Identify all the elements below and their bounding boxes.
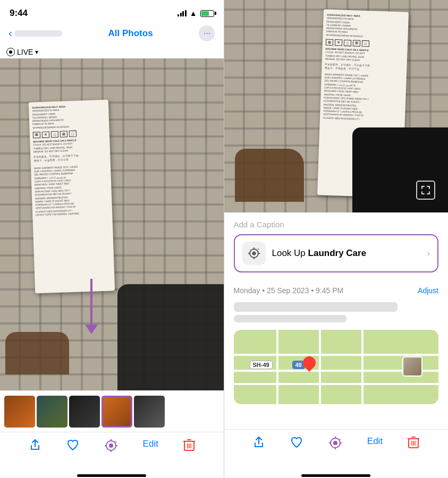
- right-tag-text-mid: MACHINE WASH COLD ON A GENTLE CYCLE. DO …: [325, 48, 404, 73]
- wash-symbol-5: □: [69, 131, 77, 137]
- right-trash-icon: [408, 436, 419, 449]
- tag-text-top: SZÁRAZMAZÁSI HELY: INDIA VERVAARDIGD IN …: [32, 104, 106, 130]
- live-text: LIVE: [17, 48, 33, 56]
- highway-label: SH-49: [250, 361, 273, 369]
- home-bar-right: [301, 474, 370, 477]
- share-button[interactable]: [29, 439, 41, 451]
- scan-frame-icon: [420, 185, 431, 195]
- live-chevron-icon: ▾: [35, 48, 38, 56]
- bottom-toolbar-right: Edit: [224, 429, 449, 473]
- right-wash-symbol-3: □: [344, 40, 351, 46]
- dark-fabric: [117, 284, 224, 390]
- bottom-toolbar-left: Edit: [0, 432, 224, 475]
- nav-title: All Photos: [108, 28, 153, 39]
- nav-back-label: [14, 30, 62, 37]
- lookup-text-prefix: Look Up: [272, 248, 308, 258]
- right-wash-symbol-1: ⊠: [326, 39, 333, 46]
- right-wash-symbol-5: □: [362, 40, 369, 47]
- battery-icon: [200, 10, 214, 17]
- svg-point-19: [333, 441, 337, 445]
- thumbnail-3[interactable]: [69, 396, 100, 428]
- map-container[interactable]: SH-49 49: [234, 330, 439, 404]
- svg-point-1: [109, 443, 113, 448]
- date-text: Monday • 25 Sep 2023 • 9:45 PM: [234, 286, 344, 295]
- status-bar: 9:44 ▲: [0, 0, 224, 23]
- right-wash-icons: ⊠ ✕ □ ⊠ □: [326, 39, 404, 48]
- signal-bar-3: [182, 11, 184, 16]
- location-blur-line-2: [234, 315, 346, 322]
- right-wash-symbol-2: ✕: [335, 39, 342, 46]
- heart-icon: [66, 439, 79, 451]
- more-icon: ···: [204, 29, 210, 38]
- wash-symbol-4: ⊠: [60, 131, 67, 137]
- right-heart-icon: [290, 436, 303, 449]
- live-badge[interactable]: LIVE ▾: [0, 46, 224, 58]
- spacer: [224, 404, 449, 429]
- tag-text-mid: MACHINE WASH COLD ON A GENTLE CYCLE. DO …: [33, 138, 107, 163]
- right-edit-label: Edit: [367, 436, 383, 447]
- purple-arrow-icon: [90, 279, 92, 327]
- thumbnail-5[interactable]: [134, 396, 165, 428]
- nav-more-button[interactable]: ···: [199, 25, 215, 41]
- signal-bars-icon: [177, 10, 187, 16]
- home-indicator-right: [224, 473, 449, 478]
- lookup-chevron-icon: ›: [427, 249, 430, 258]
- signal-bar-2: [180, 13, 182, 16]
- home-bar: [77, 474, 146, 477]
- location-section: [224, 299, 449, 330]
- date-row: Monday • 25 Sep 2023 • 9:45 PM Adjust: [224, 281, 449, 299]
- adjust-button[interactable]: Adjust: [418, 286, 438, 295]
- main-photo: SZÁRAZMAZÁSI HELY: INDIA VERVAARDIGD IN …: [0, 58, 224, 390]
- right-edit-button[interactable]: Edit: [367, 436, 383, 447]
- trash-button[interactable]: [183, 439, 195, 451]
- status-time: 9:44: [10, 8, 28, 19]
- lookup-icon-box: [242, 242, 266, 265]
- right-wash-symbol-4: ⊠: [353, 40, 360, 46]
- wash-symbol-2: ✕: [42, 131, 49, 138]
- thumbnail-2[interactable]: [37, 396, 67, 428]
- heart-button[interactable]: [66, 439, 79, 451]
- wash-symbol-3: □: [51, 131, 58, 138]
- home-indicator-left: [0, 475, 224, 478]
- lookup-text-bold: Laundry Care: [308, 248, 367, 258]
- map-road-v3: [361, 330, 364, 404]
- fabric-tag-left: SZÁRAZMAZÁSI HELY: INDIA VERVAARDIGD IN …: [29, 99, 115, 293]
- map-road-h3: [234, 383, 439, 385]
- right-heart-button[interactable]: [290, 436, 303, 449]
- map-photo-thumb: [402, 356, 422, 377]
- edit-button[interactable]: Edit: [143, 439, 158, 449]
- right-share-button[interactable]: [252, 436, 265, 449]
- thumbnail-1[interactable]: [4, 396, 35, 428]
- lookup-card[interactable]: Look Up Laundry Care ›: [234, 234, 439, 272]
- right-hand: [235, 149, 304, 202]
- caption-section: Add a Caption Look Up Laundry Care ›: [224, 212, 449, 281]
- thumbnail-strip: [0, 390, 224, 432]
- nav-back-button[interactable]: ‹: [9, 28, 62, 39]
- visual-lookup-icon: [104, 439, 118, 453]
- right-visual-lookup-icon: [328, 436, 342, 450]
- signal-bar-4: [185, 10, 187, 16]
- right-photo-top: SZÁRAZMAZÁSI HELY: INDIA VERVAARDIGD IN …: [224, 0, 449, 212]
- caption-label[interactable]: Add a Caption: [234, 220, 439, 229]
- scan-icon: [416, 181, 435, 200]
- location-blur-line-1: [234, 302, 398, 312]
- clothing-photo: SZÁRAZMAZÁSI HELY: INDIA VERVAARDIGD IN …: [0, 58, 224, 390]
- right-visual-lookup-button[interactable]: [328, 436, 342, 450]
- wash-icons: ⊠ ✕ □ ⊠ □: [33, 130, 106, 139]
- left-panel: 9:44 ▲ ‹ All Photos ··· LIV: [0, 0, 224, 478]
- map-road-v1: [276, 330, 278, 404]
- right-share-icon: [252, 436, 265, 449]
- status-icons: ▲: [177, 9, 214, 18]
- lookup-visual-icon: [247, 246, 261, 260]
- battery-fill: [201, 11, 209, 16]
- visual-lookup-button[interactable]: [104, 439, 118, 453]
- thumbnail-4-selected[interactable]: [102, 396, 132, 428]
- hand-holding: [5, 332, 69, 374]
- right-trash-button[interactable]: [408, 436, 419, 449]
- share-icon: [29, 439, 41, 451]
- wash-symbol-1: ⊠: [33, 132, 40, 138]
- highway-text: SH-49: [253, 362, 269, 368]
- wifi-icon: ▲: [190, 9, 197, 18]
- signal-bar-1: [177, 14, 179, 16]
- right-tag-text-top: SZÁRAZMAZÁSI HELY: INDIA VERVAARDIGD IN …: [326, 14, 405, 40]
